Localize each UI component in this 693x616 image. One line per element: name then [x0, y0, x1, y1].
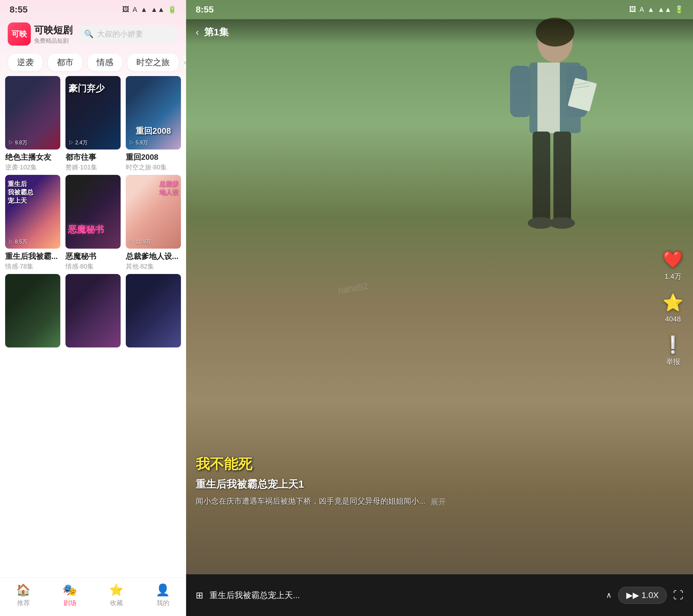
video-bottom-bar: ⊞ 重生后我被霸总宠上天... ∧ ▶▶ 1.0X ⛶	[186, 574, 693, 616]
status-bar-right: 8:55 🖼 A ▲ ▲▲ 🔋	[186, 0, 693, 19]
drama-title-1: 绝色主播女友	[5, 152, 60, 162]
drama-thumb-2: 豪门弃少 ▷ 2.4万	[65, 76, 121, 150]
drama-card-8[interactable]	[65, 274, 121, 347]
drama-thumb-6-text: 总裁爹地人设	[159, 180, 178, 196]
drama-card-4[interactable]: 重生后我被霸总宠上天 ▷ 8.5万 重生后我被霸... 情感·78集	[5, 175, 60, 271]
like-btn[interactable]: ❤️ 1.4万	[662, 250, 684, 281]
content-grid: ▷ 9.8万 绝色主播女友 逆袭·102集 豪门弃少 ▷ 2.4万 都市往事 赘…	[0, 76, 186, 577]
cat-tag-1[interactable]: 逆袭	[8, 53, 43, 72]
drama-thumb-4-text: 重生后我被霸总宠上天	[8, 180, 33, 205]
status-time-left: 8:55	[9, 4, 27, 15]
cat-tag-4[interactable]: 时空之旅	[127, 53, 179, 72]
logo-subtitle: 免费精品短剧	[34, 37, 73, 45]
nav-item-theater[interactable]: 🎭 剧场	[63, 583, 77, 607]
home-icon: 🏠	[16, 583, 31, 597]
nav-label-theater: 剧场	[63, 599, 76, 607]
drama-title-5: 恶魔秘书	[65, 251, 121, 261]
battery-icon-left: 🔋	[168, 5, 176, 14]
status-icons-right: 🖼 A ▲ ▲▲ 🔋	[629, 5, 684, 14]
font-icon-right: A	[639, 5, 644, 14]
drama-thumb-2-text: 豪门弃少	[69, 82, 104, 95]
svg-rect-7	[553, 132, 571, 221]
signal-icon-right: ▲▲	[657, 5, 672, 14]
speed-button[interactable]: ▶▶ 1.0X	[618, 587, 667, 604]
bottom-expand-btn[interactable]: ∧	[606, 591, 612, 600]
drama-meta-4: 情感·78集	[5, 262, 60, 271]
bottom-nav: 🏠 推荐 🎭 剧场 ⭐ 收藏 👤 我的	[0, 577, 186, 616]
play-count-1: ▷ 9.8万	[8, 140, 27, 146]
drama-card-9[interactable]	[126, 274, 181, 347]
nav-item-home[interactable]: 🏠 推荐	[16, 583, 31, 607]
drama-card-3[interactable]: 重回2008 ▷ 5.9万 重回2008 时空之旅·80集	[126, 76, 181, 172]
drama-card-5[interactable]: 恶魔秘书 恶魔秘书 情感·80集	[65, 175, 121, 271]
video-subtitle-area: 我不能死 重生后我被霸总宠上天1 闻小念在庆市遭遇车祸后被抛下桥，凶手竟是同父异…	[196, 455, 642, 507]
drama-card-1[interactable]: ▷ 9.8万 绝色主播女友 逆袭·102集	[5, 76, 60, 172]
category-row: 逆袭 都市 情感 时空之旅 ›	[0, 49, 186, 76]
drama-row-3	[5, 274, 181, 347]
drama-card-6[interactable]: 总裁爹地人设 ▷ 11.9万 总裁爹地人设... 其他·82集	[126, 175, 181, 271]
nav-item-collect[interactable]: ⭐ 收藏	[109, 583, 123, 607]
app-header: 可映 可映短剧 免费精品短剧 🔍 大叔的小娇妻	[0, 19, 186, 49]
svg-rect-3	[510, 66, 531, 117]
expand-button[interactable]: 展开	[431, 497, 446, 507]
drama-title-4: 重生后我被霸...	[5, 251, 60, 261]
nav-label-mine: 我的	[157, 599, 170, 607]
person-svg	[484, 16, 613, 305]
star-icon: ⭐	[662, 293, 684, 313]
drama-card-7[interactable]	[5, 274, 60, 347]
drama-row-2: 重生后我被霸总宠上天 ▷ 8.5万 重生后我被霸... 情感·78集 恶魔秘书 …	[5, 175, 181, 271]
drama-title-3: 重回2008	[126, 152, 181, 162]
subtitle-text: 我不能死	[196, 455, 642, 474]
wifi-icon-left: ▲	[140, 5, 147, 14]
speed-label: ▶▶ 1.0X	[626, 590, 659, 600]
svg-rect-6	[533, 132, 550, 221]
status-bar-left: 8:55 🖼 A ▲ ▲▲ 🔋	[0, 0, 186, 19]
drama-meta-5: 情感·80集	[65, 262, 121, 271]
mine-icon: 👤	[156, 583, 170, 597]
cat-more-btn[interactable]: ›	[183, 56, 186, 69]
signal-icon-left: ▲▲	[151, 5, 164, 14]
layers-icon: ⊞	[196, 590, 203, 601]
left-panel: 8:55 🖼 A ▲ ▲▲ 🔋 可映 可映短剧 免费精品短剧 🔍 大叔的小娇妻 …	[0, 0, 186, 616]
play-count-3: ▷ 5.9万	[129, 140, 148, 146]
drama-meta-1: 逆袭·102集	[5, 163, 60, 172]
status-time-right: 8:55	[196, 4, 214, 15]
video-top-bar: ‹ 第1集	[186, 19, 693, 45]
back-button[interactable]: ‹	[196, 27, 199, 38]
svg-point-9	[549, 217, 575, 229]
drama-meta-6: 其他·82集	[126, 262, 181, 271]
cat-tag-3[interactable]: 情感	[87, 53, 122, 72]
report-icon: ❕	[662, 335, 684, 355]
wifi-icon-right: ▲	[648, 5, 654, 14]
drama-row-1: ▷ 9.8万 绝色主播女友 逆袭·102集 豪门弃少 ▷ 2.4万 都市往事 赘…	[5, 76, 181, 172]
right-panel: haha52 8:55 🖼 A ▲ ▲▲ 🔋 ‹ 第1集	[186, 0, 693, 616]
drama-meta-3: 时空之旅·80集	[126, 163, 181, 172]
theater-icon: 🎭	[63, 583, 77, 597]
drama-card-2[interactable]: 豪门弃少 ▷ 2.4万 都市往事 赘婿·101集	[65, 76, 121, 172]
drama-meta-2: 赘婿·101集	[65, 163, 121, 172]
drama-thumb-3: 重回2008 ▷ 5.9万	[126, 76, 181, 150]
video-actions: ❤️ 1.4万 ⭐ 4048 ❕ 举报	[662, 250, 684, 367]
collect-btn[interactable]: ⭐ 4048	[662, 293, 684, 323]
nav-label-collect: 收藏	[110, 599, 123, 607]
logo-text-wrap: 可映短剧 免费精品短剧	[34, 24, 73, 45]
search-placeholder: 大叔的小娇妻	[97, 29, 143, 39]
fullscreen-button[interactable]: ⛶	[673, 589, 684, 601]
bottom-drama-title: 重生后我被霸总宠上天...	[210, 590, 600, 601]
episode-label: 第1集	[204, 26, 229, 39]
report-label: 举报	[666, 357, 680, 367]
svg-rect-5	[537, 63, 560, 133]
logo-title: 可映短剧	[34, 24, 73, 37]
search-bar[interactable]: 🔍 大叔的小娇妻	[78, 25, 178, 43]
play-count-6: ▷ 11.9万	[129, 239, 151, 245]
nav-item-mine[interactable]: 👤 我的	[156, 583, 170, 607]
drama-title-6: 总裁爹地人设...	[126, 251, 181, 261]
report-btn[interactable]: ❕ 举报	[662, 335, 684, 367]
battery-icon-right: 🔋	[675, 5, 684, 14]
like-count: 1.4万	[665, 272, 681, 281]
drama-thumb-5-text: 恶魔秘书	[68, 224, 104, 236]
drama-thumb-7	[5, 274, 60, 347]
cat-tag-2[interactable]: 都市	[47, 53, 83, 72]
logo-icon: 可映	[8, 22, 31, 45]
heart-icon: ❤️	[662, 250, 684, 269]
